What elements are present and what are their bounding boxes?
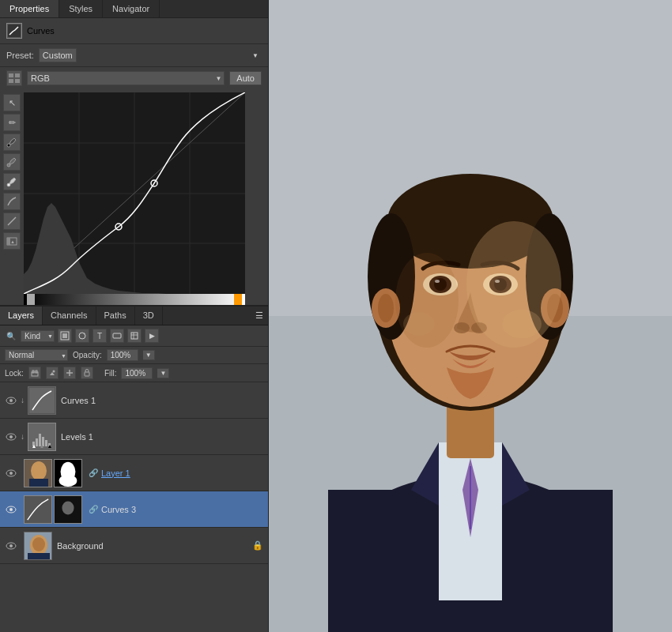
curves-adjustment-icon [6,23,22,39]
layer-eye-layer1[interactable] [5,467,17,480]
preset-row: Preset: Custom [0,44,268,67]
lock-label: Lock: [5,369,24,378]
scrubber-bar[interactable] [24,294,245,305]
lock-fill-row: Lock: Fill: ▼ [0,364,268,382]
layer-name-curves3: Curves 3 [101,505,136,514]
pointer-tool[interactable]: ↖ [3,94,21,111]
svg-point-7 [7,183,10,186]
dropper-black-tool[interactable] [3,134,21,151]
line-tool[interactable] [3,213,21,230]
layer-item-curves3[interactable]: 🔗 Curves 3 [0,491,268,528]
svg-rect-35 [85,372,89,376]
layers-list: ↓ Curves 1 ↓ [0,382,268,632]
tab-styles[interactable]: Styles [59,0,103,17]
left-panel: Properties Styles Navigator Curves Prese… [0,0,269,632]
tab-navigator[interactable]: Navigator [103,0,160,17]
svg-point-70 [32,537,45,551]
dropper-gray-tool[interactable] [3,153,21,171]
svg-line-8 [8,217,16,225]
svg-point-56 [33,464,44,476]
tab-3d[interactable]: 3D [135,307,163,325]
svg-rect-23 [62,333,67,338]
tab-layers[interactable]: Layers [0,307,43,325]
filter-video-icon[interactable]: ▶ [145,329,159,343]
svg-rect-4 [15,79,20,83]
svg-point-6 [7,164,10,167]
filter-shape-icon[interactable] [110,329,124,343]
svg-point-103 [403,312,435,336]
opacity-input[interactable] [107,349,138,361]
layer-item-levels1[interactable]: ↓ [0,419,268,455]
blend-mode-wrapper: Normal [5,349,68,361]
filter-kind-select[interactable]: Kind [21,330,55,342]
lock-position-btn[interactable] [63,367,76,379]
layer-name-background: Background [57,541,104,551]
layer-item-curves1[interactable]: ↓ Curves 1 [0,382,268,419]
lock-image-btn[interactable] [46,367,59,379]
channel-select[interactable]: RGB [27,71,225,85]
svg-rect-26 [131,333,138,339]
layer-link-icon-curves3: 🔗 [89,505,98,514]
blend-mode-select[interactable]: Normal [5,349,68,361]
preset-select[interactable]: Custom [39,48,77,62]
fill-input[interactable] [121,367,153,379]
layers-panel: Layers Channels Paths 3D ☰ 🔍 Kind [0,305,268,632]
lock-transparent-btn[interactable] [28,367,41,379]
scrubber-right-handle[interactable] [234,294,242,305]
layer-eye-levels1[interactable] [5,431,17,443]
filter-adjustment-icon[interactable] [75,329,89,343]
svg-point-61 [9,508,13,511]
dropper-white-tool[interactable] [3,173,21,190]
layer-thumb-background [24,532,52,560]
svg-point-40 [9,435,13,438]
svg-rect-2 [15,73,20,77]
svg-rect-55 [29,479,48,487]
filter-pixel-icon[interactable] [58,329,72,343]
layer-item-background[interactable]: Background 🔒 [0,528,268,564]
layer-name-layer1: Layer 1 [101,468,130,478]
layer-arrow-levels1: ↓ [21,432,25,441]
channel-icon [6,70,22,86]
svg-rect-43 [36,438,38,446]
channel-select-wrapper: RGB [27,71,225,85]
scrubber-handle[interactable] [27,294,35,305]
layer-lock-icon-background: 🔒 [252,540,263,551]
layer-thumb-curves3 [24,495,82,524]
layers-panel-menu[interactable]: ☰ [251,307,268,325]
layers-tabs: Layers Channels Paths 3D ☰ [0,307,268,325]
preset-label: Preset: [6,51,34,60]
layer-arrow-curves1: ↓ [21,396,25,404]
layer-item-layer1[interactable]: 🔗 Layer 1 [0,455,268,491]
svg-point-59 [59,474,77,486]
layer-name-levels1: Levels 1 [61,432,93,442]
lock-all-btn[interactable] [81,367,93,379]
svg-text:▲: ▲ [10,239,15,244]
search-icon: 🔍 [5,332,17,340]
properties-tabs: Properties Styles Navigator [0,0,268,18]
svg-rect-44 [39,434,41,446]
svg-rect-3 [9,79,13,83]
svg-point-52 [9,472,13,475]
layer-eye-curves3[interactable] [5,503,17,516]
tab-paths[interactable]: Paths [96,307,135,325]
filter-smart-icon[interactable] [127,329,142,343]
layer-thumb-levels1 [28,423,56,451]
smooth-curve-tool[interactable] [3,193,21,210]
layer-thumb-curves1 [28,386,56,415]
tab-properties[interactable]: Properties [0,0,59,17]
layer-eye-background[interactable] [5,540,17,552]
layer-eye-curves1[interactable] [5,394,17,407]
filter-type-icon[interactable]: T [92,329,107,343]
svg-rect-69 [28,553,50,560]
svg-rect-1 [9,73,13,77]
tab-channels[interactable]: Channels [43,307,96,325]
shadow-clipping-tool[interactable]: ▲ [3,232,21,250]
pencil-tool[interactable]: ✏ [3,114,21,131]
curves-canvas[interactable] [24,92,245,294]
opacity-arrow[interactable]: ▼ [143,350,155,360]
layers-toolbar: 🔍 Kind T ▶ [0,325,268,347]
svg-point-102 [502,310,542,338]
properties-panel: Properties Styles Navigator Curves Prese… [0,0,268,305]
fill-arrow[interactable]: ▼ [157,368,169,378]
auto-button[interactable]: Auto [229,71,262,85]
